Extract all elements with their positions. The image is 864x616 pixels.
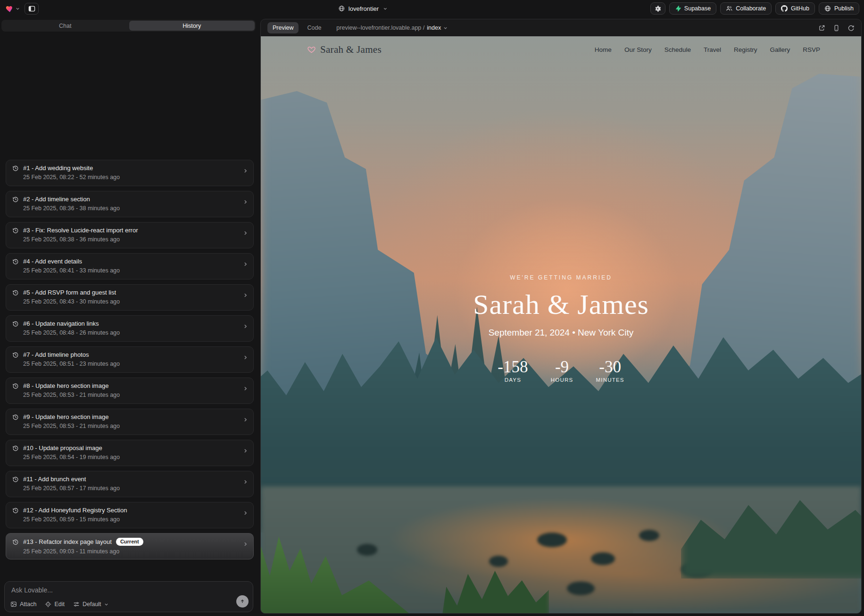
sidebar-toggle-button[interactable]: [25, 3, 39, 15]
gear-icon: [654, 5, 661, 12]
tab-history[interactable]: History: [129, 21, 255, 31]
history-item[interactable]: #10 - Update proposal image 25 Feb 2025,…: [6, 440, 254, 466]
history-item-timestamp: 25 Feb 2025, 08:38 - 36 minutes ago: [23, 236, 247, 243]
refresh-icon: [847, 25, 855, 32]
site-nav-link[interactable]: RSVP: [803, 46, 820, 53]
settings-button[interactable]: [650, 2, 665, 15]
history-item-timestamp: 25 Feb 2025, 08:53 - 21 minutes ago: [23, 423, 247, 429]
collaborate-button[interactable]: Collaborate: [720, 2, 772, 15]
lovable-heart-icon: [5, 4, 14, 13]
history-item-timestamp: 25 Feb 2025, 09:03 - 11 minutes ago: [23, 548, 247, 555]
chevron-right-icon: [243, 355, 248, 360]
history-item-title: #11 - Add brunch event: [23, 476, 86, 483]
mobile-view-button[interactable]: [833, 25, 840, 32]
countdown-value: -9: [548, 359, 576, 375]
history-icon: [12, 352, 19, 358]
site-logo[interactable]: Sarah & James: [307, 44, 382, 56]
countdown-item: -158 DAYS: [498, 359, 528, 383]
history-item-title: #12 - Add Honeyfund Registry Section: [23, 507, 127, 514]
chevron-right-icon: [243, 324, 248, 329]
history-icon: [12, 383, 19, 389]
history-item[interactable]: #4 - Add event details 25 Feb 2025, 08:4…: [6, 253, 254, 279]
history-item-title: #8 - Update hero section image: [23, 382, 108, 389]
countdown: -158 DAYS -9 HOURS -30 MINUTES: [261, 359, 861, 383]
chevron-right-icon: [243, 510, 248, 516]
history-item-title: #5 - Add RSVP form and guest list: [23, 289, 116, 296]
history-icon: [12, 289, 19, 296]
project-switcher[interactable]: lovefrontier: [339, 5, 387, 12]
history-item-timestamp: 25 Feb 2025, 08:59 - 15 minutes ago: [23, 516, 247, 523]
history-item[interactable]: #12 - Add Honeyfund Registry Section 25 …: [6, 502, 254, 528]
panel-left-icon: [28, 5, 35, 12]
lovable-logo-menu[interactable]: [5, 4, 20, 13]
history-item[interactable]: #3 - Fix: Resolve Lucide-react import er…: [6, 222, 254, 248]
heart-outline-icon: [307, 45, 316, 54]
history-item-title: #6 - Update navigation links: [23, 320, 99, 327]
history-item-timestamp: 25 Feb 2025, 08:57 - 17 minutes ago: [23, 485, 247, 492]
history-icon: [12, 539, 19, 545]
site-nav-link[interactable]: Home: [595, 46, 612, 53]
sliders-icon: [73, 601, 80, 608]
history-item-title: #2 - Add timeline section: [23, 196, 90, 203]
site-nav-link[interactable]: Our Story: [624, 46, 652, 53]
edit-button[interactable]: Edit: [45, 601, 65, 608]
history-item[interactable]: #11 - Add brunch event 25 Feb 2025, 08:5…: [6, 471, 254, 497]
sidebar-tabs: Chat History: [1, 20, 256, 32]
history-item-title: #7 - Add timeline photos: [23, 351, 89, 358]
publish-button[interactable]: Publish: [819, 2, 859, 15]
site-nav-link[interactable]: Gallery: [770, 46, 790, 53]
attach-button[interactable]: Attach: [10, 601, 36, 608]
countdown-label: DAYS: [498, 377, 528, 383]
chevron-down-icon: [104, 602, 108, 607]
history-icon: [12, 414, 19, 420]
countdown-value: -30: [596, 359, 624, 375]
history-icon: [12, 227, 19, 234]
tab-preview[interactable]: Preview: [267, 22, 299, 33]
history-item-title: #10 - Update proposal image: [23, 444, 102, 452]
history-item[interactable]: #1 - Add wedding website 25 Feb 2025, 08…: [6, 160, 254, 186]
history-item[interactable]: #13 - Refactor index page layout Current…: [6, 533, 254, 559]
history-icon: [12, 165, 19, 172]
select-element-icon: [45, 601, 51, 608]
site-nav-link[interactable]: Schedule: [665, 46, 691, 53]
hero-eyebrow: WE'RE GETTING MARRIED: [261, 274, 861, 281]
github-button[interactable]: GitHub: [775, 2, 815, 15]
refresh-button[interactable]: [847, 25, 855, 32]
history-item[interactable]: #9 - Update hero section image 25 Feb 20…: [6, 409, 254, 435]
send-button[interactable]: [236, 595, 249, 608]
history-item-timestamp: 25 Feb 2025, 08:53 - 21 minutes ago: [23, 392, 247, 398]
chevron-right-icon: [243, 230, 248, 236]
current-badge: Current: [116, 538, 143, 546]
site-nav-link[interactable]: Registry: [734, 46, 757, 53]
history-item-timestamp: 25 Feb 2025, 08:51 - 23 minutes ago: [23, 361, 247, 367]
open-in-new-tab-button[interactable]: [818, 25, 825, 32]
mode-select[interactable]: Default: [73, 601, 108, 608]
hero-title: Sarah & James: [261, 288, 861, 321]
composer: Attach Edit Default: [4, 581, 253, 612]
smartphone-icon: [833, 25, 840, 32]
site-nav-link[interactable]: Travel: [704, 46, 721, 53]
chevron-down-icon: [443, 26, 448, 30]
tab-chat[interactable]: Chat: [2, 21, 128, 31]
chevron-right-icon: [243, 386, 248, 391]
history-item-title: #4 - Add event details: [23, 258, 82, 265]
preview-url[interactable]: preview--lovefrontier.lovable.app / inde…: [336, 25, 448, 31]
history-item-timestamp: 25 Feb 2025, 08:36 - 38 minutes ago: [23, 205, 247, 212]
history-item[interactable]: #7 - Add timeline photos 25 Feb 2025, 08…: [6, 346, 254, 373]
countdown-item: -30 MINUTES: [596, 359, 624, 383]
history-item-title: #13 - Refactor index page layout: [23, 538, 112, 545]
history-item[interactable]: #2 - Add timeline section 25 Feb 2025, 0…: [6, 191, 254, 217]
history-item-timestamp: 25 Feb 2025, 08:22 - 52 minutes ago: [23, 174, 247, 181]
preview-panel: Preview Code preview--lovefrontier.lovab…: [260, 19, 862, 614]
supabase-button[interactable]: Supabase: [669, 2, 716, 15]
tab-code[interactable]: Code: [303, 22, 325, 33]
history-item[interactable]: #6 - Update navigation links 25 Feb 2025…: [6, 315, 254, 342]
site-preview: Sarah & James HomeOur StoryScheduleTrave…: [261, 36, 861, 613]
history-list: #1 - Add wedding website 25 Feb 2025, 08…: [6, 155, 254, 559]
chat-input[interactable]: [11, 586, 234, 594]
chevron-right-icon: [243, 417, 248, 422]
history-item[interactable]: #8 - Update hero section image 25 Feb 20…: [6, 378, 254, 404]
external-link-icon: [818, 25, 825, 32]
chevron-down-icon: [16, 7, 20, 11]
history-item[interactable]: #5 - Add RSVP form and guest list 25 Feb…: [6, 284, 254, 311]
